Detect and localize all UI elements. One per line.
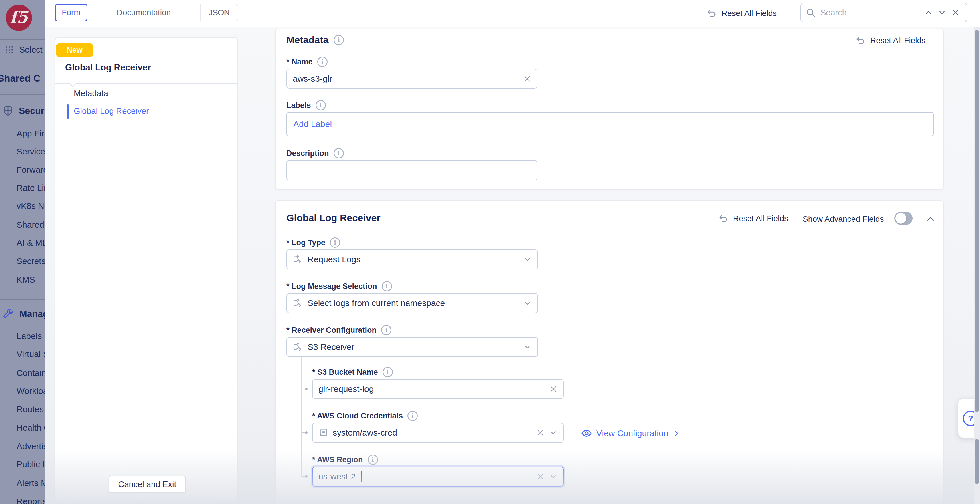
sidebar-item[interactable]: Contain (17, 368, 45, 378)
reset-all-fields-button[interactable]: Reset All Fields (706, 8, 777, 19)
eye-icon (581, 427, 592, 439)
connector-dot (305, 431, 308, 434)
sidebar-item[interactable]: Workloa (17, 386, 45, 396)
search-next-button[interactable] (935, 8, 949, 17)
glr-reset-all-fields-button[interactable]: Reset All Fields (718, 214, 788, 224)
sidebar-item[interactable]: Labels (17, 331, 42, 341)
info-icon[interactable]: i (316, 100, 326, 110)
sidebar-item-select-service[interactable]: Select s (5, 44, 45, 56)
undo-icon (718, 214, 729, 224)
metadata-section-title: Metadata (286, 34, 328, 45)
chevron-down-icon[interactable] (523, 299, 532, 308)
info-icon[interactable]: i (330, 238, 340, 248)
labels-container[interactable]: Add Label (286, 112, 934, 136)
sidebar-item[interactable]: AI & ML (17, 238, 45, 248)
sidebar-item[interactable]: Virtual S (17, 349, 45, 359)
nav-item-metadata[interactable]: Metadata (74, 89, 108, 98)
info-icon[interactable]: i (407, 411, 418, 421)
tab-form[interactable]: Form (55, 4, 88, 21)
sidebar-item[interactable]: Service (17, 147, 45, 156)
sidebar-item[interactable]: Alerts M (17, 478, 45, 488)
chevron-down-icon[interactable] (523, 255, 532, 264)
shield-icon (2, 105, 14, 116)
log-type-select[interactable]: Request Logs (286, 249, 538, 270)
chevron-up-icon (925, 214, 936, 224)
s3-bucket-name-input[interactable]: glr-request-log (312, 379, 564, 399)
log-message-selection-select[interactable]: Select logs from current namespace (286, 293, 538, 313)
close-icon (951, 9, 959, 17)
sidebar-item[interactable]: Advertis (17, 441, 45, 451)
clear-icon[interactable] (536, 429, 544, 437)
sidebar-item[interactable]: vK8s Ne (17, 201, 45, 211)
sidebar-item[interactable]: KMS (17, 275, 35, 285)
metadata-reset-all-fields-button[interactable]: Reset All Fields (855, 35, 925, 46)
branch-icon (293, 342, 303, 352)
aws-region-input[interactable]: us-west-2 (312, 467, 564, 486)
view-configuration-link[interactable]: View Configuration (581, 427, 681, 439)
chevron-down-icon[interactable] (523, 343, 532, 351)
connector-dot (305, 388, 308, 390)
sidebar-item[interactable]: Health C (17, 423, 45, 433)
metadata-section-card: Metadata i Reset All Fields * Name i aws… (275, 29, 944, 190)
name-value: aws-s3-glr (293, 74, 519, 83)
info-icon[interactable]: i (382, 367, 393, 377)
sidebar-item[interactable]: Secrets (17, 256, 45, 266)
chevron-down-icon[interactable] (549, 472, 557, 481)
info-icon[interactable]: i (334, 35, 344, 45)
aws-cloud-credentials-select[interactable]: system/aws-cred (312, 423, 564, 443)
divider (275, 500, 943, 500)
tab-documentation[interactable]: Documentation (88, 4, 200, 21)
scrollbar-track[interactable] (974, 27, 980, 504)
nav-item-global-log-receiver[interactable]: Global Log Receiver (74, 107, 149, 116)
sidebar-item[interactable]: App Fire (17, 129, 45, 139)
sidebar-item[interactable]: Routes (17, 405, 44, 414)
sidebar-item[interactable]: Public IP (17, 459, 45, 469)
sidebar-item[interactable]: Forward (17, 165, 45, 175)
chevron-right-icon (672, 429, 681, 438)
reference-list-icon (318, 428, 328, 438)
description-field-label: Description (286, 149, 329, 158)
scrollbar-thumb[interactable] (975, 439, 979, 484)
form-slideover-panel: Form Documentation JSON Reset All Fields (45, 0, 980, 504)
sidebar-item[interactable]: Rate Lin (17, 183, 45, 193)
sidebar-section-manage[interactable]: Manag (2, 308, 45, 320)
divider (0, 94, 45, 95)
aws-cloud-credentials-value: system/aws-cred (333, 428, 532, 438)
info-icon[interactable]: i (334, 148, 344, 158)
search-box (800, 3, 967, 22)
sidebar-section-security[interactable]: Securit (2, 105, 45, 117)
sidebar-item[interactable]: Shared (17, 220, 44, 230)
grid-icon (5, 45, 14, 55)
info-icon[interactable]: i (317, 57, 328, 67)
log-message-selection-label: * Log Message Selection (286, 282, 377, 291)
branch-icon (293, 298, 303, 308)
search-close-button[interactable] (949, 9, 962, 17)
name-input[interactable]: aws-s3-glr (286, 69, 538, 89)
view-tabs: Form Documentation JSON (55, 4, 238, 21)
s3-bucket-name-label: * S3 Bucket Name (312, 368, 378, 377)
info-icon[interactable]: i (381, 325, 391, 335)
active-indicator (67, 104, 68, 119)
search-input[interactable] (820, 8, 913, 18)
receiver-configuration-value: S3 Receiver (308, 342, 519, 352)
info-icon[interactable]: i (382, 281, 392, 292)
description-input[interactable] (286, 160, 538, 180)
workspace-title: Shared C (0, 73, 40, 84)
undo-icon (855, 35, 865, 46)
receiver-configuration-select[interactable]: S3 Receiver (286, 337, 538, 357)
sidebar-item[interactable]: Reports (17, 496, 45, 504)
scrollbar-thumb[interactable] (975, 30, 979, 412)
labels-field-label: Labels (286, 101, 311, 110)
clear-icon[interactable] (549, 385, 557, 393)
clear-icon[interactable] (523, 75, 531, 83)
collapse-section-button[interactable] (925, 214, 936, 224)
tab-json[interactable]: JSON (200, 4, 237, 21)
divider (0, 299, 45, 300)
search-prev-button[interactable] (921, 8, 935, 17)
show-advanced-fields-toggle[interactable] (894, 212, 913, 225)
add-label-button[interactable]: Add Label (293, 119, 332, 129)
chevron-down-icon[interactable] (549, 429, 557, 437)
cancel-and-exit-button[interactable]: Cancel and Exit (109, 476, 186, 493)
clear-icon[interactable] (536, 472, 544, 480)
info-icon[interactable]: i (368, 455, 378, 465)
